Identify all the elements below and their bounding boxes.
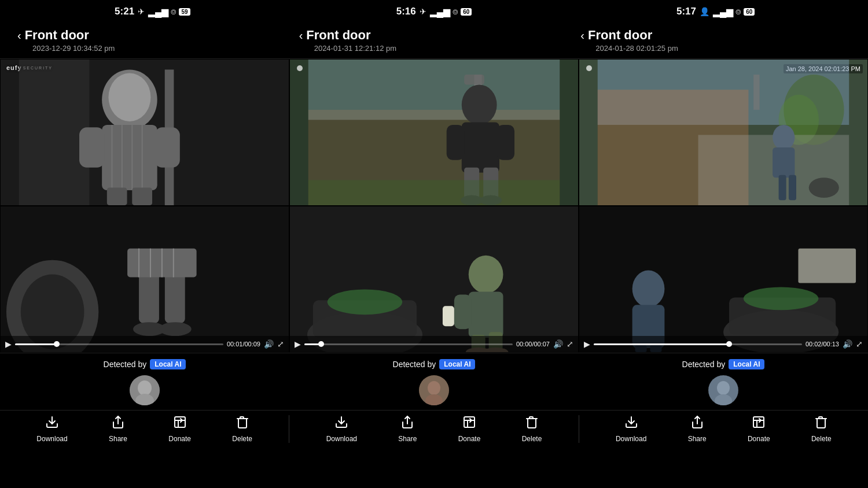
signal-icon-1: ▂▄▆ <box>148 6 168 17</box>
delete-label-3: Delete <box>811 435 832 443</box>
svg-point-34 <box>773 125 795 150</box>
download-label-3: Download <box>616 435 646 443</box>
video-controls-bottom-3: ▶ 00:02/00:13 🔊 ⤢ <box>579 336 867 352</box>
svg-rect-19 <box>462 123 499 173</box>
face-avatar-2[interactable] <box>419 375 449 405</box>
download-label-2: Download <box>326 435 357 443</box>
video-cell-top-1[interactable]: eufySECURITY <box>0 59 289 206</box>
actions-row: Download Share <box>0 410 868 450</box>
progress-bar-3[interactable] <box>594 343 802 345</box>
donate-label-1: Donate <box>168 435 191 443</box>
status-cell-1: 5:21 ✈ ▂▄▆ ⌾ 59 <box>12 6 293 17</box>
svg-rect-11 <box>155 127 179 168</box>
download-label-1: Download <box>36 435 67 443</box>
video-cell-top-2[interactable] <box>289 59 579 206</box>
svg-point-18 <box>462 84 497 125</box>
time-display-bottom-2: 00:00/00:07 <box>516 341 550 347</box>
share-label-1: Share <box>109 435 127 443</box>
wifi-icon-3: ⌾ <box>735 6 741 17</box>
progress-bar-1[interactable] <box>15 343 223 345</box>
video-controls-bottom-1: ▶ 00:01/00:09 🔊 ⤢ <box>1 336 289 352</box>
signal-icon-2: ▂▄▆ <box>430 6 450 17</box>
video-frame-bottom-2 <box>290 206 578 352</box>
page-title-3: Front door <box>588 28 652 43</box>
page-subtitle-3: 2024-01-28 02:01:25 pm <box>580 44 678 53</box>
fullscreen-button-3[interactable]: ⤢ <box>856 339 863 349</box>
download-icon-3 <box>624 415 638 432</box>
page-title-2: Front door <box>306 28 370 43</box>
download-button-3[interactable]: Download <box>611 413 651 445</box>
svg-rect-36 <box>779 175 786 200</box>
status-cell-3: 5:17 👤 ▂▄▆ ⌾ 60 <box>575 6 856 17</box>
svg-point-51 <box>328 289 402 315</box>
video-cell-bottom-3[interactable]: ▶ 00:02/00:13 🔊 ⤢ <box>579 206 868 353</box>
detected-row: Detected by Local AI Detected by Local A… <box>0 357 868 372</box>
fullscreen-button-2[interactable]: ⤢ <box>567 339 573 349</box>
donate-button-2[interactable]: Donate <box>454 413 486 445</box>
time-display-bottom-3: 00:02/00:13 <box>806 341 839 347</box>
detected-cell-2: Detected by Local AI <box>289 359 579 369</box>
svg-point-64 <box>632 271 665 308</box>
share-button-2[interactable]: Share <box>393 413 421 445</box>
donate-icon-3 <box>752 415 766 432</box>
svg-rect-54 <box>454 294 472 329</box>
detected-text-3: Detected by <box>682 360 726 369</box>
svg-rect-17 <box>464 75 484 84</box>
progress-thumb-1 <box>54 341 60 347</box>
download-button-2[interactable]: Download <box>322 413 362 445</box>
download-icon-2 <box>334 415 348 432</box>
donate-button-3[interactable]: Donate <box>743 413 775 445</box>
back-button-2[interactable]: ‹ <box>299 29 303 42</box>
svg-point-69 <box>138 380 152 395</box>
video-frame-top-2 <box>290 60 578 205</box>
video-cell-bottom-1[interactable]: ▶ 00:01/00:09 🔊 ⤢ <box>0 206 289 353</box>
svg-rect-2 <box>19 60 90 205</box>
delete-button-1[interactable]: Delete <box>227 413 257 445</box>
share-button-3[interactable]: Share <box>683 413 711 445</box>
volume-button-1[interactable]: 🔊 <box>264 339 274 349</box>
donate-button-1[interactable]: Donate <box>164 413 196 445</box>
video-cell-bottom-2[interactable]: ▶ 00:00/00:07 🔊 ⤢ <box>289 206 579 353</box>
face-avatar-1[interactable] <box>130 375 160 405</box>
signal-icon-3: ▂▄▆ <box>713 6 733 17</box>
svg-point-62 <box>744 287 818 310</box>
delete-button-3[interactable]: Delete <box>807 413 836 445</box>
time-display-1: 5:21 <box>115 6 134 17</box>
play-button-1[interactable]: ▶ <box>5 339 12 349</box>
back-button-3[interactable]: ‹ <box>580 29 584 42</box>
video-grid: eufySECURITY <box>0 58 868 353</box>
svg-rect-53 <box>469 291 503 338</box>
time-display-2: 5:16 <box>396 6 416 17</box>
svg-rect-55 <box>443 306 454 326</box>
back-button-1[interactable]: ‹ <box>17 29 21 42</box>
svg-rect-5 <box>102 125 157 190</box>
location-icon-2: ✈ <box>420 7 426 16</box>
share-button-1[interactable]: Share <box>104 413 132 445</box>
play-button-2[interactable]: ▶ <box>295 339 301 349</box>
action-group-1: Download Share <box>0 413 289 445</box>
play-button-3[interactable]: ▶ <box>584 339 590 349</box>
svg-rect-32 <box>753 75 759 110</box>
delete-label-2: Delete <box>522 435 542 443</box>
share-icon-3 <box>690 415 704 432</box>
donate-icon-2 <box>462 415 476 432</box>
page-subtitle-2: 2024-01-31 12:21:12 pm <box>299 44 396 53</box>
face-avatar-3[interactable] <box>708 375 738 405</box>
svg-rect-13 <box>132 188 152 205</box>
download-button-1[interactable]: Download <box>32 413 72 445</box>
delete-button-2[interactable]: Delete <box>517 413 547 445</box>
detected-text-2: Detected by <box>393 360 436 369</box>
svg-point-4 <box>108 73 150 121</box>
video-cell-top-3[interactable]: Jan 28, 2024 02:01:23 PM <box>579 59 868 206</box>
video-frame-top-1: eufySECURITY <box>1 60 289 205</box>
volume-button-3[interactable]: 🔊 <box>843 339 852 349</box>
progress-thumb-2 <box>318 341 324 347</box>
delete-label-1: Delete <box>232 435 252 443</box>
face-cell-3 <box>579 375 868 405</box>
status-bar: 5:21 ✈ ▂▄▆ ⌾ 59 5:16 ✈ ▂▄▆ ⌾ 60 5:17 👤 ▂… <box>0 0 868 23</box>
volume-button-2[interactable]: 🔊 <box>553 339 563 349</box>
share-icon-2 <box>400 415 414 432</box>
local-ai-badge-1: Local AI <box>150 359 186 369</box>
fullscreen-button-1[interactable]: ⤢ <box>277 339 284 349</box>
progress-bar-2[interactable] <box>304 343 513 345</box>
